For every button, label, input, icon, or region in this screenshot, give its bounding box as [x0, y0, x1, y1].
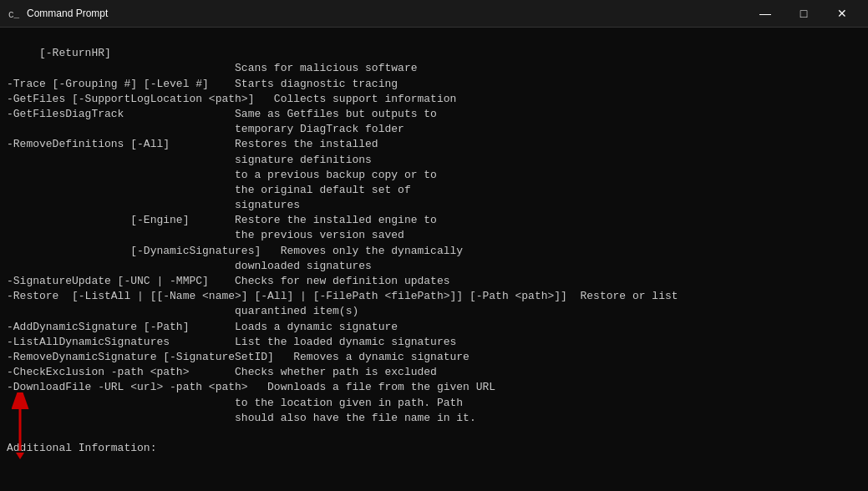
- terminal-line: [-ReturnHR] Scans for malicious software…: [7, 47, 678, 454]
- minimize-button[interactable]: —: [746, 0, 784, 28]
- maximize-button[interactable]: □: [784, 0, 823, 28]
- red-arrow: [12, 392, 79, 459]
- close-button[interactable]: ✕: [823, 0, 861, 28]
- command-prompt-window: C_ Command Prompt — □ ✕ [-ReturnHR] Scan…: [0, 0, 868, 491]
- svg-marker-4: [16, 453, 24, 459]
- svg-text:C_: C_: [8, 10, 20, 20]
- title-bar: C_ Command Prompt — □ ✕: [0, 0, 868, 28]
- window-title: Command Prompt: [27, 8, 746, 19]
- app-icon: C_: [7, 6, 22, 21]
- window-controls: — □ ✕: [746, 0, 861, 28]
- terminal-output: [-ReturnHR] Scans for malicious software…: [0, 28, 868, 491]
